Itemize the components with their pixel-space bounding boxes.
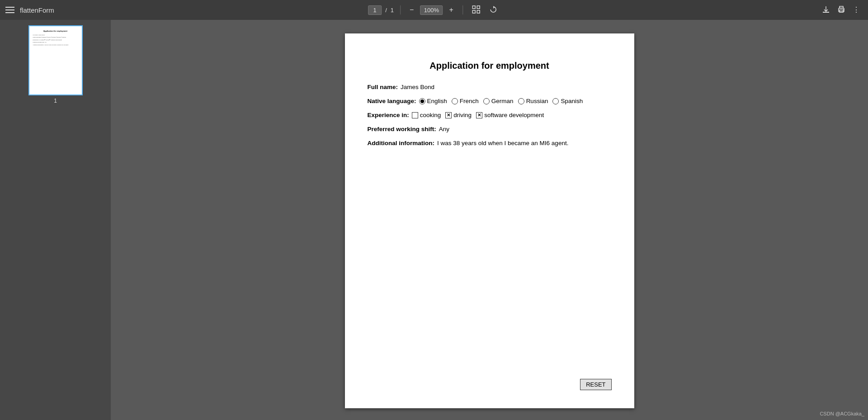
radio-english [419, 98, 425, 104]
checkbox-cooking [412, 112, 418, 118]
zoom-out-button[interactable]: − [407, 5, 416, 15]
language-spanish[interactable]: Spanish [552, 98, 583, 104]
main-area: Application for employment Full name: Ja… [0, 20, 868, 420]
download-button[interactable] [819, 4, 833, 17]
toolbar-divider2 [462, 5, 463, 14]
shift-value: Any [439, 126, 449, 132]
radio-spanish [552, 98, 559, 104]
label-cooking: cooking [420, 112, 441, 118]
svg-marker-4 [493, 6, 495, 9]
page-thumbnail: Application for employment Full name: Ja… [28, 25, 83, 95]
svg-rect-0 [472, 6, 475, 9]
page-separator: / [385, 7, 387, 14]
reset-button[interactable]: RESET [580, 379, 611, 390]
language-german[interactable]: German [483, 98, 514, 104]
svg-rect-6 [840, 6, 843, 8]
radio-russian [518, 98, 524, 104]
label-french: French [460, 98, 479, 104]
radio-german [483, 98, 490, 104]
language-russian[interactable]: Russian [518, 98, 548, 104]
full-name-row: Full name: James Bond [368, 84, 612, 90]
page-current-input[interactable] [368, 5, 382, 15]
page-thumbnail-label: 1 [28, 98, 83, 104]
checkbox-software-development [476, 112, 482, 118]
toolbar-center: / 1 − + [368, 4, 500, 17]
native-language-row: Native language: English French [368, 98, 612, 104]
language-french[interactable]: French [452, 98, 479, 104]
experience-row: Experience in: cooking driving [368, 112, 612, 118]
label-german: German [491, 98, 514, 104]
experience-checkbox-group: cooking driving software development [412, 112, 544, 118]
fit-button[interactable] [469, 4, 483, 17]
shift-row: Preferred working shift: Any [368, 126, 612, 132]
exp-driving[interactable]: driving [445, 112, 472, 118]
toolbar-right: ⋮ [819, 4, 863, 17]
svg-point-8 [843, 9, 844, 10]
additional-label: Additional information: [368, 140, 434, 146]
svg-rect-2 [472, 10, 475, 13]
label-russian: Russian [526, 98, 548, 104]
exp-cooking[interactable]: cooking [412, 112, 441, 118]
app-title: flattenForm [20, 6, 54, 14]
watermark: CSDN @ACGkaka_ [820, 411, 864, 416]
zoom-in-button[interactable]: + [446, 5, 456, 15]
additional-value: I was 38 years old when I became an MI6 … [437, 140, 568, 146]
svg-rect-7 [840, 10, 843, 12]
shift-label: Preferred working shift: [368, 126, 436, 132]
more-options-button[interactable]: ⋮ [850, 5, 863, 15]
label-english: English [427, 98, 447, 104]
svg-rect-3 [477, 10, 480, 13]
experience-label: Experience in: [368, 112, 409, 118]
hamburger-menu[interactable] [5, 7, 14, 13]
page-thumbnail-container[interactable]: Application for employment Full name: Ja… [28, 25, 83, 104]
toolbar-left: flattenForm [5, 6, 54, 14]
label-spanish: Spanish [561, 98, 583, 104]
full-name-label: Full name: [368, 84, 398, 90]
pdf-page: Application for employment Full name: Ja… [345, 33, 634, 408]
rotate-button[interactable] [486, 4, 500, 17]
sidebar: Application for employment Full name: Ja… [0, 20, 111, 420]
checkbox-driving [445, 112, 452, 118]
exp-software-development[interactable]: software development [476, 112, 544, 118]
zoom-input[interactable] [420, 5, 443, 15]
page-total: 1 [391, 7, 394, 14]
label-driving: driving [453, 112, 472, 118]
label-software-development: software development [484, 112, 544, 118]
native-language-label: Native language: [368, 98, 416, 104]
svg-rect-1 [477, 6, 480, 9]
toolbar: flattenForm / 1 − + [0, 0, 868, 20]
additional-info-row: Additional information: I was 38 years o… [368, 140, 612, 146]
pdf-area: Application for employment Full name: Ja… [111, 20, 868, 420]
pdf-title: Application for employment [368, 61, 612, 71]
language-radio-group: English French German Russ [419, 98, 583, 104]
print-button[interactable] [835, 4, 848, 17]
toolbar-divider [400, 5, 401, 14]
language-english[interactable]: English [419, 98, 447, 104]
radio-french [452, 98, 458, 104]
full-name-value: James Bond [401, 84, 434, 90]
